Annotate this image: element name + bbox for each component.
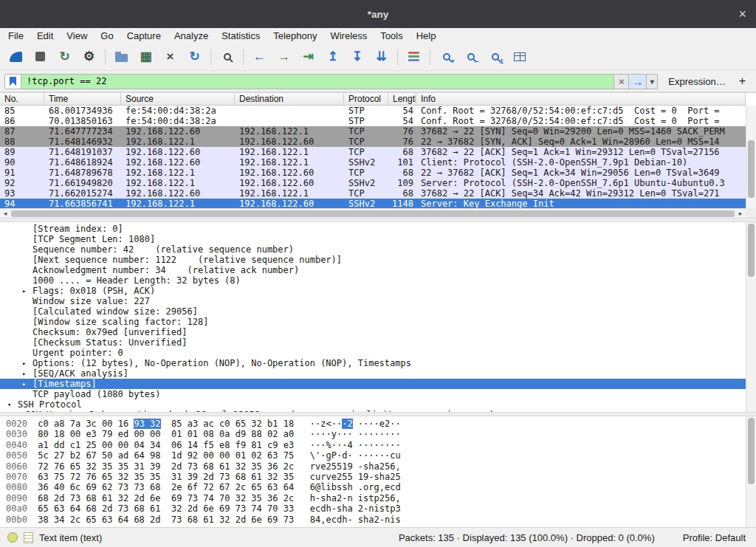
menu-capture[interactable]: Capture — [120, 30, 168, 41]
expand-arrow-icon[interactable]: ▾ — [6, 399, 18, 410]
add-filter-button[interactable]: + — [733, 75, 752, 88]
hex-row-0070[interactable]: 0070 63 75 72 76 65 32 35 35 31 39 2d 73… — [0, 472, 746, 482]
go-forward-icon[interactable]: → — [272, 47, 295, 67]
detail-line[interactable]: [Window size scaling factor: 128] — [0, 317, 746, 327]
bookmark-button[interactable] — [4, 74, 21, 89]
hex-vscrollbar[interactable] — [746, 416, 756, 527]
colorize-icon[interactable] — [402, 47, 425, 67]
capture-comment-icon[interactable] — [24, 532, 33, 543]
detail-line[interactable]: TCP payload (1080 bytes) — [0, 389, 746, 399]
column-header-info[interactable]: Info — [416, 93, 746, 105]
detail-line[interactable]: ▸Flags: 0x018 (PSH, ACK) — [0, 286, 746, 296]
scroll-left-icon[interactable]: ◂ — [0, 209, 10, 218]
hex-row-0050[interactable]: 0050 5c 27 b2 67 50 ad 64 98 1d 92 00 00… — [0, 450, 746, 461]
display-filter-input[interactable]: !tcp.port == 22 — [21, 74, 614, 89]
menu-edit[interactable]: Edit — [30, 30, 60, 41]
close-file-icon[interactable]: × — [159, 47, 182, 67]
clear-filter-icon[interactable]: × — [614, 74, 629, 89]
detail-line[interactable]: Acknowledgment number: 34 (relative ack … — [0, 265, 746, 275]
vscroll-thumb[interactable] — [748, 224, 755, 277]
packet-list-hscrollbar[interactable]: ◂ ▸ — [0, 208, 746, 218]
menu-go[interactable]: Go — [94, 30, 120, 41]
go-last-packet-icon[interactable]: ↧ — [346, 47, 368, 67]
detail-line[interactable]: [Next sequence number: 1122 (relative se… — [0, 255, 746, 265]
scroll-right-icon[interactable]: ▸ — [735, 209, 746, 218]
column-header-destination[interactable]: Destination — [235, 93, 344, 105]
detail-line[interactable]: SSH Version 2 (encryption:chacha20-poly1… — [0, 410, 746, 412]
save-file-icon[interactable]: ▦ — [134, 47, 157, 67]
menu-file[interactable]: File — [1, 30, 30, 41]
hex-row-0080[interactable]: 0080 36 40 6c 69 62 73 73 68 2e 6f 72 67… — [0, 482, 746, 492]
expand-arrow-icon[interactable]: ▸ — [21, 368, 32, 379]
detail-line[interactable]: Checksum: 0x79ed [unverified] — [0, 327, 746, 337]
column-header-no[interactable]: No. — [0, 93, 44, 105]
column-header-protocol[interactable]: Protocol — [344, 93, 388, 105]
restart-capture-icon[interactable]: ↻ — [53, 47, 76, 67]
packet-row-85[interactable]: 8568.001734936fe:54:00:d4:38:2aSTP54Conf… — [0, 106, 746, 116]
open-file-icon[interactable] — [110, 47, 133, 67]
detail-line[interactable]: Window size value: 227 — [0, 296, 746, 306]
find-packet-icon[interactable] — [216, 47, 238, 67]
menu-statistics[interactable]: Statistics — [215, 30, 267, 41]
packet-list-vscrollbar[interactable] — [746, 106, 756, 208]
detail-line[interactable]: ▸Options: (12 bytes), No-Operation (NOP)… — [0, 358, 746, 368]
expand-arrow-icon[interactable]: ▸ — [21, 358, 32, 368]
column-header-time[interactable]: Time — [44, 93, 121, 105]
packet-row-93[interactable]: 9371.662015274192.168.122.60192.168.122.… — [0, 188, 746, 199]
menu-telephony[interactable]: Telephony — [267, 30, 323, 41]
detail-line[interactable]: [Checksum Status: Unverified] — [0, 337, 746, 348]
hex-row-00b0[interactable]: 00b0 38 34 2c 65 63 64 68 2d 73 68 61 32… — [0, 515, 746, 525]
menu-help[interactable]: Help — [410, 30, 443, 41]
go-to-packet-icon[interactable]: ⇥ — [297, 47, 320, 67]
go-back-icon[interactable]: ← — [248, 47, 271, 67]
hex-row-0090[interactable]: 0090 68 2d 73 68 61 32 2d 6e 69 73 74 70… — [0, 493, 746, 503]
hex-row-0040[interactable]: 0040 a1 dd c1 25 00 00 04 34 06 14 f5 e8… — [0, 440, 746, 450]
go-first-packet-icon[interactable]: ↥ — [321, 47, 344, 67]
detail-line[interactable]: [Calculated window size: 29056] — [0, 306, 746, 317]
detail-line[interactable]: ▾SSH Protocol — [0, 399, 746, 410]
zoom-in-icon[interactable]: + — [435, 47, 458, 67]
packet-row-90[interactable]: 9071.648618924192.168.122.60192.168.122.… — [0, 157, 746, 168]
zoom-100-icon[interactable]: 1 — [484, 47, 506, 67]
start-capture-icon[interactable] — [4, 47, 27, 67]
detail-line[interactable]: ▸[Timestamps] — [0, 379, 746, 389]
capture-options-icon[interactable]: ⚙ — [78, 47, 100, 67]
vscroll-thumb[interactable] — [748, 418, 755, 484]
menu-view[interactable]: View — [60, 30, 94, 41]
menu-analyze[interactable]: Analyze — [168, 30, 215, 41]
zoom-out-icon[interactable]: − — [459, 47, 482, 67]
packet-row-92[interactable]: 9271.661949820192.168.122.1192.168.122.6… — [0, 178, 746, 188]
profile-status[interactable]: Profile: Default — [683, 532, 749, 543]
expand-arrow-icon[interactable]: ▸ — [21, 286, 32, 296]
detail-line[interactable]: Sequence number: 42 (relative sequence n… — [0, 244, 746, 255]
packet-row-87[interactable]: 8771.647777234192.168.122.60192.168.122.… — [0, 126, 746, 137]
hex-row-00a0[interactable]: 00a0 65 63 64 68 2d 73 68 61 32 2d 6e 69… — [0, 503, 746, 514]
hscroll-thumb[interactable] — [11, 210, 735, 217]
filter-dropdown-icon[interactable]: ▾ — [647, 74, 658, 89]
menu-wireless[interactable]: Wireless — [323, 30, 374, 41]
packet-row-91[interactable]: 9171.648789678192.168.122.1192.168.122.6… — [0, 168, 746, 178]
vscroll-thumb[interactable] — [748, 140, 755, 198]
reload-file-icon[interactable]: ↻ — [183, 47, 206, 67]
detail-line[interactable]: Urgent pointer: 0 — [0, 348, 746, 358]
packet-row-94[interactable]: 9471.663856741192.168.122.1192.168.122.6… — [0, 199, 746, 208]
resize-columns-icon[interactable] — [508, 47, 531, 67]
hex-row-0020[interactable]: 0020 c0 a8 7a 3c 00 16 93 32 85 a3 ac c0… — [0, 419, 746, 429]
details-vscrollbar[interactable] — [746, 222, 756, 412]
hex-row-0060[interactable]: 0060 72 76 65 32 35 35 31 39 2d 73 68 61… — [0, 461, 746, 472]
close-icon[interactable]: × — [738, 7, 746, 21]
column-header-source[interactable]: Source — [121, 93, 235, 105]
expand-arrow-icon[interactable]: ▸ — [21, 379, 32, 389]
detail-line[interactable]: [Stream index: 0] — [0, 224, 746, 234]
menu-tools[interactable]: Tools — [374, 30, 409, 41]
hex-row-0030[interactable]: 0030 80 18 00 e3 79 ed 00 00 01 01 08 0a… — [0, 429, 746, 439]
packet-row-89[interactable]: 8971.648191037192.168.122.60192.168.122.… — [0, 147, 746, 157]
expression-button[interactable]: Expression… — [658, 76, 732, 87]
stop-capture-icon[interactable] — [29, 47, 52, 67]
detail-line[interactable]: ▸[SEQ/ACK analysis] — [0, 368, 746, 379]
auto-scroll-icon[interactable]: ⇊ — [370, 47, 393, 67]
apply-filter-icon[interactable]: → — [629, 74, 647, 89]
column-header-length[interactable]: Length — [388, 93, 416, 105]
expert-info-icon[interactable] — [7, 532, 18, 543]
detail-line[interactable]: [TCP Segment Len: 1080] — [0, 234, 746, 244]
